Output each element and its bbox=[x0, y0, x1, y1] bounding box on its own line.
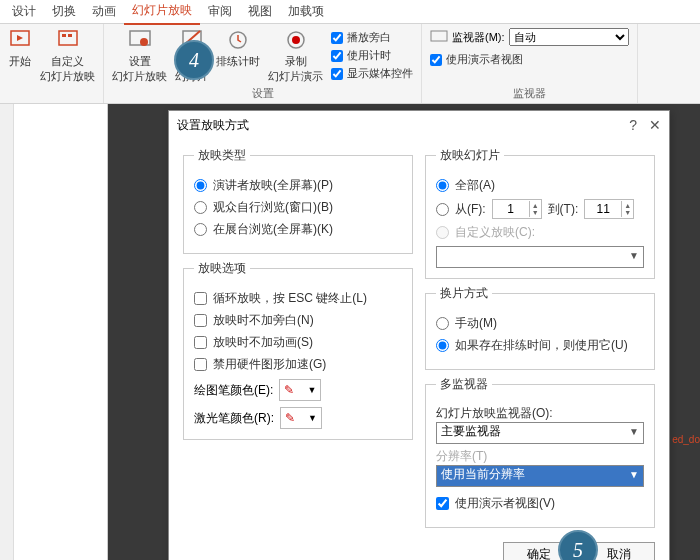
show-slides-group: 放映幻灯片 全部(A) 从(F): ▲▼ 到(T): ▲▼ 自定义放映(C): … bbox=[425, 147, 655, 279]
from-beginning-label: 开始 bbox=[9, 54, 31, 69]
rehearse-button[interactable]: 排练计时 bbox=[216, 28, 260, 69]
tab-slideshow[interactable]: 幻灯片放映 bbox=[124, 0, 200, 25]
thumb-scrollbar[interactable] bbox=[0, 104, 14, 560]
tab-transition[interactable]: 切换 bbox=[44, 0, 84, 24]
laser-icon: ✎ bbox=[285, 411, 295, 425]
watermark-text: ed_do bbox=[672, 434, 700, 445]
pen-color-label: 绘图笔颜色(E): bbox=[194, 382, 273, 399]
rehearse-label: 排练计时 bbox=[216, 54, 260, 69]
chk-disable-hw[interactable]: 禁用硬件图形加速(G) bbox=[194, 356, 402, 373]
ribbon: 开始 自定义 幻灯片放映 设置 幻灯片放映 隐藏 幻灯片 排练计时 bbox=[0, 24, 700, 104]
svg-point-10 bbox=[292, 36, 300, 44]
from-label: 从(F): bbox=[455, 201, 486, 218]
custom-slideshow-label: 自定义 幻灯片放映 bbox=[40, 54, 95, 84]
media-checkbox[interactable]: 显示媒体控件 bbox=[331, 66, 413, 81]
to-label: 到(T): bbox=[548, 201, 579, 218]
tab-animation[interactable]: 动画 bbox=[84, 0, 124, 24]
radio-range[interactable] bbox=[436, 203, 449, 216]
monitor-select[interactable]: 自动 bbox=[509, 28, 629, 46]
presenter-view-checkbox[interactable]: 使用演示者视图 bbox=[430, 52, 523, 67]
laser-color-picker[interactable]: ✎▼ bbox=[280, 407, 322, 429]
svg-rect-1 bbox=[59, 31, 77, 45]
radio-all-slides[interactable]: 全部(A) bbox=[436, 177, 644, 194]
monitor-label: 监视器(M): bbox=[452, 30, 505, 45]
ribbon-group-start: 开始 自定义 幻灯片放映 bbox=[0, 24, 104, 103]
advance-group: 换片方式 手动(M) 如果存在排练时间，则使用它(U) bbox=[425, 285, 655, 370]
show-options-legend: 放映选项 bbox=[194, 260, 250, 277]
laser-color-label: 激光笔颜色(R): bbox=[194, 410, 274, 427]
from-spinner[interactable]: ▲▼ bbox=[492, 199, 542, 219]
svg-rect-3 bbox=[68, 34, 72, 37]
radio-custom-show: 自定义放映(C): bbox=[436, 224, 644, 241]
monitor-select-label: 幻灯片放映监视器(O): bbox=[436, 405, 644, 422]
chevron-down-icon: ▼ bbox=[629, 426, 639, 437]
from-beginning-button[interactable]: 开始 bbox=[8, 28, 32, 69]
pen-icon: ✎ bbox=[284, 383, 294, 397]
record-label: 录制 幻灯片演示 bbox=[268, 54, 323, 84]
multi-monitor-legend: 多监视器 bbox=[436, 376, 492, 393]
advance-legend: 换片方式 bbox=[436, 285, 492, 302]
radio-kiosk[interactable]: 在展台浏览(全屏幕)(K) bbox=[194, 221, 402, 238]
chevron-down-icon: ▼ bbox=[307, 385, 316, 395]
setup-slideshow-button[interactable]: 设置 幻灯片放映 bbox=[112, 28, 167, 84]
svg-rect-11 bbox=[431, 31, 447, 41]
resolution-label: 分辨率(T) bbox=[436, 448, 644, 465]
chk-presenter-view[interactable]: 使用演示者视图(V) bbox=[436, 495, 644, 512]
ribbon-group-monitor: 监视器(M): 自动 使用演示者视图 监视器 bbox=[422, 24, 638, 103]
thumbnail-panel bbox=[0, 104, 108, 560]
svg-rect-2 bbox=[62, 34, 66, 37]
record-button[interactable]: 录制 幻灯片演示 bbox=[268, 28, 323, 84]
monitor-select-dialog[interactable]: 主要监视器▼ bbox=[436, 422, 644, 444]
show-type-legend: 放映类型 bbox=[194, 147, 250, 164]
monitor-selector-row: 监视器(M): 自动 bbox=[430, 28, 629, 46]
radio-manual[interactable]: 手动(M) bbox=[436, 315, 644, 332]
help-icon[interactable]: ? bbox=[629, 117, 637, 133]
multi-monitor-group: 多监视器 幻灯片放映监视器(O): 主要监视器▼ 分辨率(T) 使用当前分辨率▼… bbox=[425, 376, 655, 528]
pen-color-picker[interactable]: ✎▼ bbox=[279, 379, 321, 401]
monitor-icon bbox=[430, 30, 448, 44]
chevron-down-icon: ▼ bbox=[308, 413, 317, 423]
dialog-title-text: 设置放映方式 bbox=[177, 117, 249, 134]
custom-show-select: ▼ bbox=[436, 246, 644, 268]
show-slides-legend: 放映幻灯片 bbox=[436, 147, 504, 164]
chk-no-animation[interactable]: 放映时不加动画(S) bbox=[194, 334, 402, 351]
resolution-select[interactable]: 使用当前分辨率▼ bbox=[436, 465, 644, 487]
ribbon-tabs: 设计 切换 动画 幻灯片放映 审阅 视图 加载项 bbox=[0, 0, 700, 24]
setup-slideshow-label: 设置 幻灯片放映 bbox=[112, 54, 167, 84]
custom-slideshow-button[interactable]: 自定义 幻灯片放映 bbox=[40, 28, 95, 84]
chevron-down-icon: ▼ bbox=[629, 469, 639, 480]
close-icon[interactable]: ✕ bbox=[649, 117, 661, 133]
tab-review[interactable]: 审阅 bbox=[200, 0, 240, 24]
svg-point-5 bbox=[140, 38, 148, 46]
show-options-group: 放映选项 循环放映，按 ESC 键终止(L) 放映时不加旁白(N) 放映时不加动… bbox=[183, 260, 413, 440]
radio-presenter[interactable]: 演讲者放映(全屏幕)(P) bbox=[194, 177, 402, 194]
ribbon-group-setup: 设置 幻灯片放映 隐藏 幻灯片 排练计时 录制 幻灯片演示 播放旁白 使用计时 … bbox=[104, 24, 422, 103]
radio-range-row: 从(F): ▲▼ 到(T): ▲▼ bbox=[436, 199, 644, 219]
dialog-titlebar: 设置放映方式 ? ✕ bbox=[169, 111, 669, 139]
tab-design[interactable]: 设计 bbox=[4, 0, 44, 24]
setup-show-dialog: 设置放映方式 ? ✕ 放映类型 演讲者放映(全屏幕)(P) 观众自行浏览(窗口)… bbox=[168, 110, 670, 560]
chk-no-narration[interactable]: 放映时不加旁白(N) bbox=[194, 312, 402, 329]
radio-browsed[interactable]: 观众自行浏览(窗口)(B) bbox=[194, 199, 402, 216]
group-monitor-label: 监视器 bbox=[513, 86, 546, 101]
timing-checkbox[interactable]: 使用计时 bbox=[331, 48, 413, 63]
to-spinner[interactable]: ▲▼ bbox=[584, 199, 634, 219]
group-setup-label: 设置 bbox=[252, 86, 274, 101]
tab-view[interactable]: 视图 bbox=[240, 0, 280, 24]
narration-checkbox[interactable]: 播放旁白 bbox=[331, 30, 413, 45]
show-type-group: 放映类型 演讲者放映(全屏幕)(P) 观众自行浏览(窗口)(B) 在展台浏览(全… bbox=[183, 147, 413, 254]
annotation-badge-4: 4 bbox=[174, 40, 214, 80]
radio-use-timings[interactable]: 如果存在排练时间，则使用它(U) bbox=[436, 337, 644, 354]
chk-loop[interactable]: 循环放映，按 ESC 键终止(L) bbox=[194, 290, 402, 307]
tab-addins[interactable]: 加载项 bbox=[280, 0, 332, 24]
chevron-down-icon: ▼ bbox=[629, 250, 639, 261]
